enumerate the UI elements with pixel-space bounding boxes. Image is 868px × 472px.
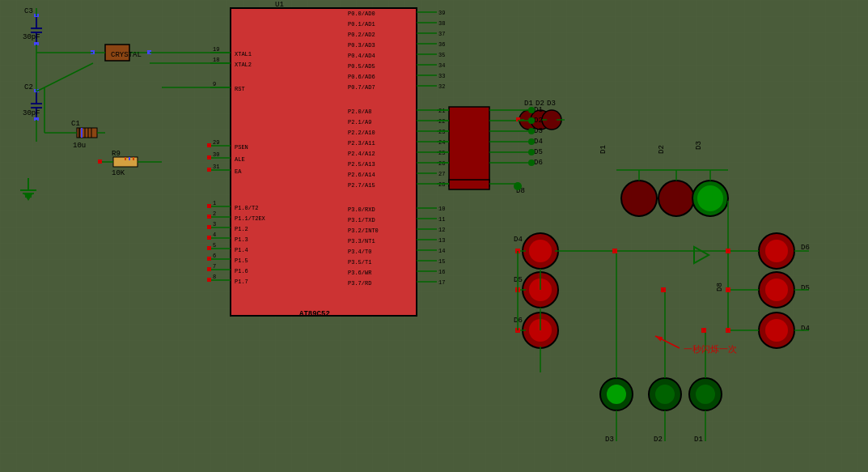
svg-text:P0.1/AD1: P0.1/AD1 — [348, 21, 375, 28]
svg-text:P0.5/AD5: P0.5/AD5 — [348, 63, 375, 70]
svg-text:D5: D5 — [801, 284, 810, 292]
svg-text:P1.0/T2: P1.0/T2 — [235, 205, 258, 211]
svg-text:24: 24 — [438, 139, 445, 146]
svg-text:25: 25 — [438, 150, 445, 156]
svg-text:18: 18 — [213, 57, 219, 63]
svg-text:4: 4 — [213, 232, 216, 238]
svg-rect-90 — [207, 267, 211, 271]
svg-text:P0.7/AD7: P0.7/AD7 — [348, 84, 375, 91]
svg-text:D2: D2 — [534, 117, 543, 125]
schematic-canvas: C3 30pF C2 30pF X1 CRYSTAL C1 — [0, 0, 868, 472]
svg-text:D4: D4 — [801, 325, 810, 333]
svg-text:P3.2/INT0: P3.2/INT0 — [348, 227, 379, 234]
svg-rect-277 — [726, 249, 730, 253]
mcu-at89c52: AT89C52 U1 1 P1.0/T2 2 P1.1/T2EX 3 P1.2 … — [207, 1, 445, 318]
svg-text:29: 29 — [213, 139, 219, 146]
svg-text:31: 31 — [213, 164, 219, 170]
svg-text:XTAL1: XTAL1 — [235, 51, 252, 57]
svg-text:32: 32 — [438, 83, 445, 90]
svg-text:30pF: 30pF — [23, 109, 40, 117]
svg-text:19: 19 — [213, 46, 219, 53]
svg-text:34: 34 — [438, 62, 445, 69]
svg-text:11: 11 — [438, 216, 445, 223]
svg-rect-276 — [701, 328, 706, 333]
svg-text:CRYSTAL: CRYSTAL — [111, 51, 142, 59]
svg-point-244 — [765, 240, 788, 262]
svg-text:10: 10 — [438, 206, 445, 212]
svg-text:P0.3/AD3: P0.3/AD3 — [348, 42, 375, 49]
svg-point-264 — [655, 385, 675, 404]
svg-text:17: 17 — [438, 279, 445, 286]
svg-rect-60 — [231, 8, 417, 316]
svg-point-227 — [529, 240, 552, 262]
svg-text:P3.6/WR: P3.6/WR — [348, 270, 372, 276]
svg-rect-66 — [207, 204, 211, 208]
svg-text:12: 12 — [438, 227, 445, 233]
svg-text:C1: C1 — [71, 120, 80, 128]
svg-text:8: 8 — [213, 274, 216, 280]
svg-text:22: 22 — [438, 118, 445, 125]
svg-text:D4: D4 — [514, 236, 523, 244]
svg-point-219 — [658, 181, 694, 216]
svg-rect-201 — [449, 180, 489, 189]
svg-rect-107 — [207, 143, 211, 147]
svg-point-261 — [607, 385, 626, 404]
svg-text:P0.2/AD2: P0.2/AD2 — [348, 32, 375, 38]
svg-text:P1.1/T2EX: P1.1/T2EX — [235, 215, 266, 222]
svg-text:D8: D8 — [716, 283, 724, 291]
svg-rect-43 — [98, 159, 102, 164]
svg-text:36: 36 — [438, 41, 445, 48]
svg-text:37: 37 — [438, 31, 445, 37]
svg-text:D4: D4 — [534, 138, 543, 146]
svg-text:P0.4/AD4: P0.4/AD4 — [348, 53, 375, 59]
svg-text:15: 15 — [438, 258, 445, 265]
svg-text:21: 21 — [438, 108, 445, 114]
svg-text:39: 39 — [438, 10, 445, 16]
svg-text:P2.2/A10: P2.2/A10 — [348, 130, 375, 136]
svg-text:P3.0/RXD: P3.0/RXD — [348, 206, 375, 213]
svg-text:13: 13 — [438, 237, 445, 244]
svg-text:35: 35 — [438, 52, 445, 58]
svg-text:P1.7: P1.7 — [235, 279, 248, 285]
svg-text:38: 38 — [438, 20, 445, 27]
svg-text:28: 28 — [438, 181, 445, 188]
svg-point-267 — [696, 385, 715, 404]
svg-text:P0.0/AD0: P0.0/AD0 — [348, 11, 375, 17]
svg-text:D3: D3 — [547, 100, 556, 108]
svg-text:D1: D1 — [599, 145, 608, 154]
svg-text:RST: RST — [235, 86, 245, 92]
svg-text:9: 9 — [213, 81, 216, 87]
svg-point-292 — [528, 107, 535, 113]
svg-text:D6: D6 — [534, 159, 543, 167]
svg-text:D3: D3 — [534, 127, 543, 135]
svg-text:P2.1/A9: P2.1/A9 — [348, 119, 371, 125]
svg-text:3: 3 — [213, 221, 216, 227]
svg-rect-1 — [0, 0, 868, 472]
svg-text:P3.4/T0: P3.4/T0 — [348, 249, 371, 255]
svg-text:P1.4: P1.4 — [235, 247, 248, 253]
svg-text:10u: 10u — [73, 142, 86, 150]
svg-point-221 — [697, 185, 723, 211]
svg-text:27: 27 — [438, 171, 445, 177]
svg-text:6: 6 — [213, 253, 216, 259]
svg-rect-279 — [726, 328, 730, 333]
svg-point-296 — [528, 149, 535, 155]
svg-text:D1: D1 — [534, 106, 543, 114]
svg-rect-278 — [726, 287, 730, 292]
svg-text:D1: D1 — [524, 100, 533, 108]
svg-text:EA: EA — [235, 168, 242, 175]
svg-text:P2.4/A12: P2.4/A12 — [348, 151, 375, 157]
svg-text:P2.3/A11: P2.3/A11 — [348, 140, 375, 147]
svg-rect-275 — [661, 287, 666, 292]
svg-rect-188 — [449, 107, 489, 186]
svg-text:10K: 10K — [112, 169, 125, 177]
svg-text:PSEN: PSEN — [235, 144, 248, 151]
svg-text:P1.5: P1.5 — [235, 257, 248, 264]
svg-text:P3.5/T1: P3.5/T1 — [348, 259, 371, 266]
svg-text:P2.6/A14: P2.6/A14 — [348, 172, 375, 178]
annotation-text: 一秒闪烁一次 — [684, 344, 737, 354]
svg-point-249 — [765, 279, 788, 301]
svg-text:P2.0/A8: P2.0/A8 — [348, 108, 371, 115]
svg-text:7: 7 — [213, 263, 216, 270]
svg-text:XTAL2: XTAL2 — [235, 62, 252, 68]
